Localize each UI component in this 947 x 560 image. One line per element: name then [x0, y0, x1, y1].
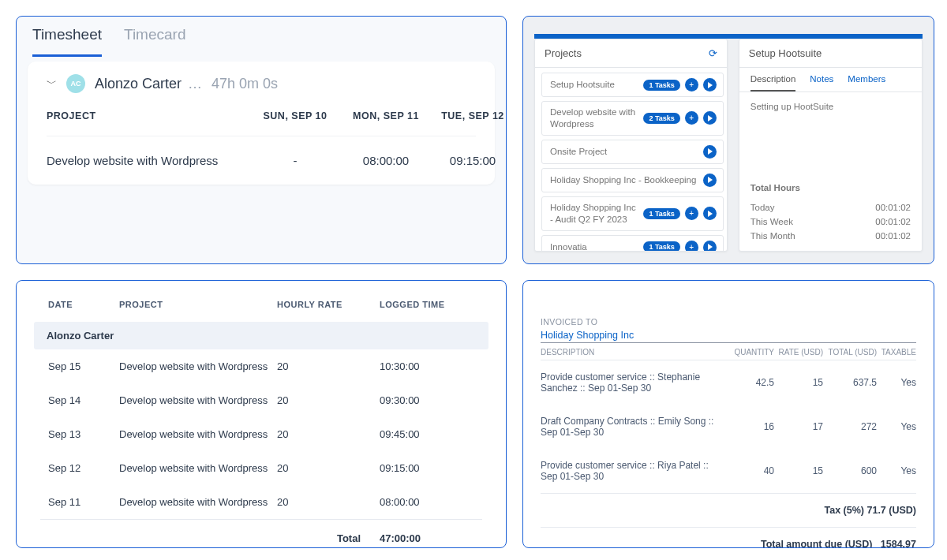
- project-item[interactable]: Innovatia1 Tasks+: [541, 235, 724, 251]
- project-item[interactable]: Onsite Project: [541, 140, 724, 164]
- project-item[interactable]: Develop website with Wordpress2 Tasks+: [541, 101, 724, 136]
- logged-time-panel: DATE PROJECT HOURLY RATE LOGGED TIME Alo…: [16, 280, 507, 548]
- col-day2: MON, SEP 11: [339, 110, 433, 121]
- project-description: Setting up HootSuite: [739, 92, 922, 183]
- invoice-tax-line: Tax (5%) 71.7 (USD): [541, 494, 916, 527]
- projects-panel: Projects ⟳ Setup Hootsuite1 Tasks+Develo…: [522, 16, 934, 264]
- timesheet-row: Develop website with Wordpress - 08:00:0…: [47, 136, 476, 167]
- tasks-badge: 1 Tasks: [643, 241, 679, 251]
- person-name: Alonzo Carter: [95, 76, 182, 92]
- projects-widget: Projects ⟳ Setup Hootsuite1 Tasks+Develo…: [534, 39, 728, 252]
- tab-timecard[interactable]: Timecard: [124, 26, 185, 57]
- play-icon[interactable]: [703, 111, 717, 125]
- table-row: Sep 15Develop website with Wordpress2010…: [40, 349, 482, 383]
- project-item-name: Setup Hootsuite: [550, 79, 638, 91]
- detail-title: Setup Hootsuite: [749, 47, 822, 59]
- col-day1: SUN, SEP 10: [252, 110, 339, 121]
- total-hours-title: Total Hours: [750, 183, 911, 192]
- chevron-down-icon[interactable]: ﹀: [47, 77, 57, 91]
- project-item-name: Innovatia: [550, 241, 638, 251]
- tasks-badge: 1 Tasks: [643, 208, 679, 219]
- project-item[interactable]: Holiday Shopping Inc - Audit Q2 FY 20231…: [541, 196, 724, 231]
- ellipsis-icon: …: [188, 76, 202, 92]
- project-item-name: Onsite Project: [550, 146, 698, 158]
- tab-members[interactable]: Members: [848, 74, 885, 91]
- table-row: Sep 12Develop website with Wordpress2009…: [40, 451, 482, 485]
- tab-timesheet[interactable]: Timesheet: [32, 26, 102, 57]
- invoice-row: Provide customer service :: Riya Patel :…: [541, 449, 916, 493]
- projects-title: Projects: [545, 47, 582, 59]
- invoice-panel: INVOICED TO Holiday Shopping Inc DESCRIP…: [522, 280, 934, 548]
- hours-row: This Month00:01:02: [750, 229, 911, 243]
- invoiced-to: Holiday Shopping Inc: [541, 327, 916, 343]
- hours-row: This Week00:01:02: [750, 215, 911, 229]
- play-icon[interactable]: [703, 241, 717, 251]
- invoice-total-line: Total amount due (USD) 1584.97: [541, 528, 916, 548]
- table-row: Sep 13Develop website with Wordpress2009…: [40, 417, 482, 451]
- col-rate: RATE (USD): [774, 348, 823, 357]
- add-icon[interactable]: +: [685, 207, 698, 220]
- project-detail-widget: Setup Hootsuite Description Notes Member…: [739, 39, 923, 252]
- col-day3: TUE, SEP 12: [433, 110, 507, 121]
- avatar: AC: [66, 74, 85, 93]
- play-icon[interactable]: [703, 145, 717, 159]
- col-project: PROJECT: [119, 300, 277, 309]
- project-item-name: Develop website with Wordpress: [550, 106, 638, 130]
- cell-d3: 09:15:00: [433, 154, 507, 167]
- tasks-badge: 2 Tasks: [643, 113, 679, 124]
- invoice-row: Provide customer service :: Stephanie Sa…: [541, 360, 916, 405]
- table-row: Sep 11Develop website with Wordpress2008…: [40, 485, 482, 519]
- total-value: 47:00:00: [380, 532, 466, 544]
- person-total-hours: 47h 0m 0s: [211, 76, 278, 92]
- col-logged: LOGGED TIME: [380, 300, 466, 309]
- project-item-name: Holiday Shopping Inc - Bookkeeping: [550, 174, 698, 186]
- col-tax: TAXABLE: [877, 348, 916, 357]
- play-icon[interactable]: [703, 78, 717, 91]
- total-label: Total: [277, 532, 380, 544]
- play-icon[interactable]: [703, 174, 717, 187]
- tasks-badge: 1 Tasks: [643, 80, 679, 91]
- col-desc: DESCRIPTION: [541, 348, 727, 357]
- group-row: Alonzo Carter: [34, 322, 488, 349]
- col-date: DATE: [48, 300, 119, 309]
- col-project: PROJECT: [47, 110, 252, 121]
- col-rate: HOURLY RATE: [277, 300, 380, 309]
- cell-d2: 08:00:00: [339, 154, 433, 167]
- table-row: Sep 14Develop website with Wordpress2009…: [40, 383, 482, 417]
- refresh-icon[interactable]: ⟳: [709, 47, 717, 59]
- project-item[interactable]: Setup Hootsuite1 Tasks+: [541, 73, 724, 97]
- hours-row: Today00:01:02: [750, 200, 911, 215]
- project-item[interactable]: Holiday Shopping Inc - Bookkeeping: [541, 168, 724, 192]
- add-icon[interactable]: +: [685, 111, 698, 125]
- project-item-name: Holiday Shopping Inc - Audit Q2 FY 2023: [550, 202, 638, 226]
- play-icon[interactable]: [703, 207, 717, 220]
- invoiced-to-label: INVOICED TO: [541, 317, 916, 327]
- col-qty: QUANTITY: [727, 348, 774, 357]
- cell-project: Develop website with Wordpress: [47, 154, 252, 167]
- timesheet-panel: Timesheet Timecard ﹀ AC Alonzo Carter … …: [16, 16, 507, 264]
- cell-d1: -: [252, 154, 339, 167]
- tab-notes[interactable]: Notes: [810, 74, 833, 91]
- tab-description[interactable]: Description: [750, 74, 796, 91]
- add-icon[interactable]: +: [685, 241, 698, 251]
- invoice-row: Draft Company Contracts :: Emily Song ::…: [541, 405, 916, 449]
- col-total: TOTAL (USD): [823, 348, 877, 357]
- add-icon[interactable]: +: [685, 78, 698, 91]
- timesheet-card: ﹀ AC Alonzo Carter … 47h 0m 0s PROJECT S…: [28, 62, 495, 185]
